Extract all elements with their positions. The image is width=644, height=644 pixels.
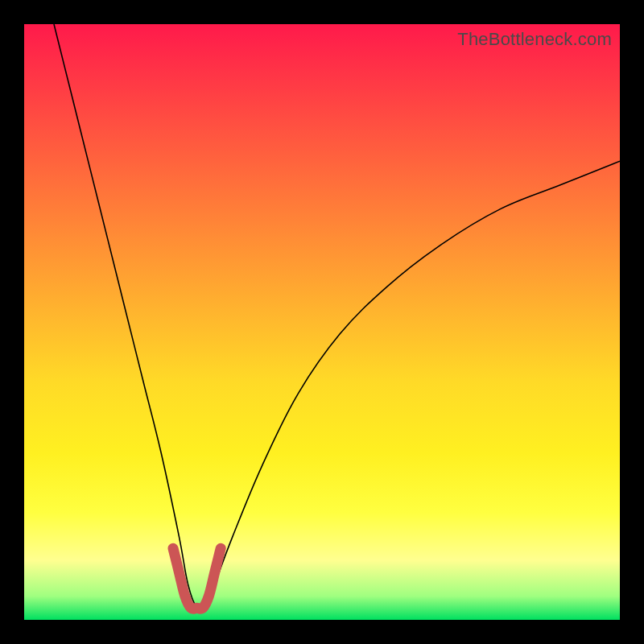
watermark-text: TheBottleneck.com <box>457 29 612 50</box>
chart-frame: TheBottleneck.com <box>24 24 620 620</box>
optimal-zone-highlight <box>173 548 221 609</box>
chart-plot <box>24 24 620 620</box>
bottleneck-curve <box>54 24 620 611</box>
